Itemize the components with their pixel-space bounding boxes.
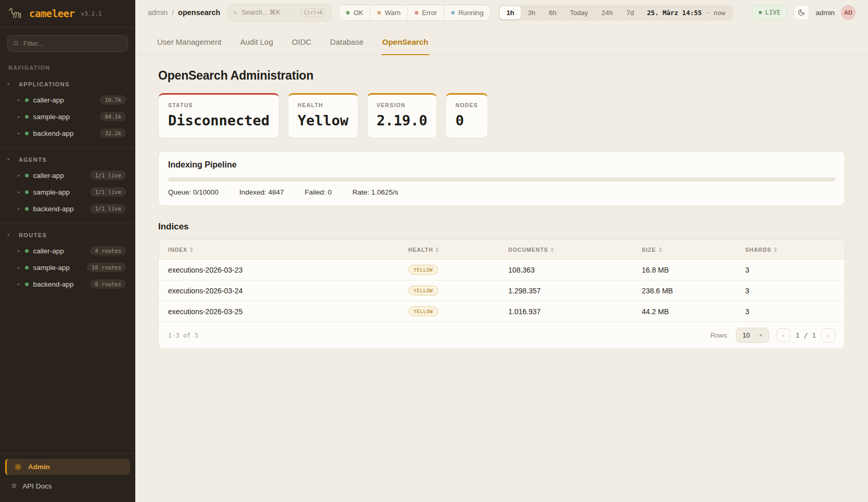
time-end: now: [713, 9, 725, 17]
tab-user-management[interactable]: User Management: [156, 32, 222, 55]
filter-label: Running: [458, 9, 483, 17]
card-label: NODES: [455, 102, 478, 108]
column-header-size[interactable]: SIZE: [642, 247, 745, 253]
chevron-right-icon: [18, 249, 20, 253]
range-today-button[interactable]: Today: [563, 6, 595, 19]
sidebar-item-caller-app-routes[interactable]: caller-app 4 routes: [5, 242, 130, 259]
status-filter-group: OK Warn Error Running: [339, 5, 491, 21]
sidebar-item-caller-app[interactable]: caller-app 10.7k: [5, 92, 130, 108]
camel-icon: [8, 7, 24, 20]
item-label: caller-app: [33, 247, 64, 255]
content: OpenSearch Administration STATUS Disconn…: [135, 55, 868, 502]
global-search: Ctrl+K: [227, 4, 331, 21]
pager: 1 / 1: [776, 328, 835, 342]
sidebar-item-backend-app-agent[interactable]: backend-app 1/1 live: [5, 200, 130, 217]
admin-label: Admin: [28, 463, 50, 471]
rows-per-page-select[interactable]: 10: [736, 328, 769, 343]
range-24h-button[interactable]: 24h: [595, 6, 620, 19]
cell-index: executions-2026-03-25: [168, 307, 409, 316]
rate-stat: Rate: 1.0625/s: [352, 188, 398, 196]
status-card: STATUS Disconnected: [158, 93, 279, 138]
range-1h-button[interactable]: 1h: [500, 6, 521, 19]
range-7d-button[interactable]: 7d: [620, 6, 641, 19]
item-label: backend-app: [33, 130, 74, 137]
filter-warn-button[interactable]: Warn: [370, 5, 407, 20]
column-header-index[interactable]: INDEX: [168, 247, 409, 253]
sidebar-item-api-docs[interactable]: API Docs: [5, 477, 130, 495]
cell-index: executions-2026-03-23: [168, 266, 409, 274]
column-header-shards[interactable]: SHARDS: [745, 247, 835, 253]
tab-database[interactable]: Database: [329, 32, 364, 55]
chevron-right-icon: [18, 114, 20, 119]
item-label: sample-app: [33, 264, 70, 272]
item-label: caller-app: [33, 96, 64, 104]
health-status-badge: YELLOW: [409, 306, 438, 316]
table-row[interactable]: executions-2026-03-24 YELLOW 1.298.357 2…: [159, 280, 845, 301]
filter-running-button[interactable]: Running: [444, 5, 490, 20]
range-6h-button[interactable]: 6h: [542, 6, 563, 19]
next-page-button[interactable]: [821, 328, 835, 342]
cell-size: 238.6 MB: [642, 287, 745, 295]
cell-index: executions-2026-03-24: [168, 287, 409, 295]
previous-page-button[interactable]: [776, 328, 790, 342]
caret-down-icon: [759, 334, 762, 337]
status-dot: [25, 132, 29, 135]
live-label: LIVE: [765, 9, 781, 16]
nav-group-header-routes[interactable]: ROUTES: [5, 229, 130, 242]
running-dot-icon: [451, 11, 455, 15]
filter-error-button[interactable]: Error: [407, 5, 444, 20]
navigation-label: NAVIGATION: [8, 65, 127, 71]
tab-oidc[interactable]: OIDC: [291, 32, 313, 55]
page-title: OpenSearch Administration: [158, 69, 845, 83]
range-3h-button[interactable]: 3h: [521, 6, 542, 19]
sort-icon: [436, 247, 439, 252]
cell-shards: 3: [745, 287, 835, 295]
caret-down-icon: [7, 233, 11, 237]
sidebar-item-backend-app[interactable]: backend-app 32.2k: [5, 125, 130, 141]
cell-shards: 3: [745, 307, 835, 316]
indices-table: INDEX HEALTH DOCUMENTS SIZE SHARDS execu…: [158, 239, 845, 349]
app-name: cameleer: [29, 8, 75, 19]
cell-health: YELLOW: [409, 286, 508, 295]
breadcrumb: admin / opensearch: [148, 8, 220, 17]
tab-audit-log[interactable]: Audit Log: [239, 32, 274, 55]
sidebar-item-sample-app-agent[interactable]: sample-app 1/1 live: [5, 184, 130, 200]
shortcut-badge: Ctrl+K: [301, 8, 326, 17]
status-cards: STATUS Disconnected HEALTH Yellow VERSIO…: [158, 93, 845, 138]
sidebar-item-backend-app-routes[interactable]: backend-app 6 routes: [5, 276, 130, 292]
breadcrumb-current: opensearch: [178, 8, 220, 17]
status-dot: [25, 115, 29, 119]
list-icon: [11, 481, 16, 491]
column-header-health[interactable]: HEALTH: [409, 247, 508, 253]
nav-group-header-agents[interactable]: AGENTS: [5, 153, 130, 167]
theme-toggle-button[interactable]: [794, 5, 809, 20]
gear-icon: [14, 463, 22, 471]
sidebar-item-admin[interactable]: Admin: [5, 459, 130, 475]
table-row[interactable]: executions-2026-03-23 YELLOW 108.363 16.…: [159, 260, 845, 280]
live-badge: 1/1 live: [90, 187, 126, 197]
status-dot: [25, 282, 29, 286]
breadcrumb-parent[interactable]: admin: [148, 8, 168, 17]
status-dot: [25, 174, 29, 177]
pagination-controls: Rows: 10 1 / 1: [710, 328, 835, 343]
avatar[interactable]: AD: [841, 5, 856, 20]
cell-size: 44.2 MB: [642, 307, 745, 316]
sidebar-filter-input[interactable]: [23, 40, 122, 47]
nav-group-header-applications[interactable]: APPLICATIONS: [5, 78, 130, 92]
time-display[interactable]: 25. März 14:55 – now: [641, 6, 732, 19]
filter-ok-button[interactable]: OK: [339, 5, 370, 20]
column-header-documents[interactable]: DOCUMENTS: [508, 247, 642, 253]
nav-group-label: AGENTS: [19, 157, 47, 163]
live-toggle[interactable]: LIVE: [752, 5, 788, 20]
sidebar-item-sample-app[interactable]: sample-app 84.1k: [5, 108, 130, 125]
time-start: 25. März 14:55: [647, 9, 701, 17]
search-input[interactable]: [241, 9, 297, 16]
sidebar-item-caller-app-agent[interactable]: caller-app 1/1 live: [5, 167, 130, 184]
tab-opensearch[interactable]: OpenSearch: [381, 32, 429, 55]
table-row[interactable]: executions-2026-03-25 YELLOW 1.016.937 4…: [159, 301, 845, 322]
status-dot: [25, 190, 29, 194]
health-status-badge: YELLOW: [409, 265, 438, 275]
live-badge: 1/1 live: [90, 171, 126, 180]
page-indicator: 1 / 1: [796, 331, 816, 339]
sidebar-item-sample-app-routes[interactable]: sample-app 16 routes: [5, 259, 130, 276]
